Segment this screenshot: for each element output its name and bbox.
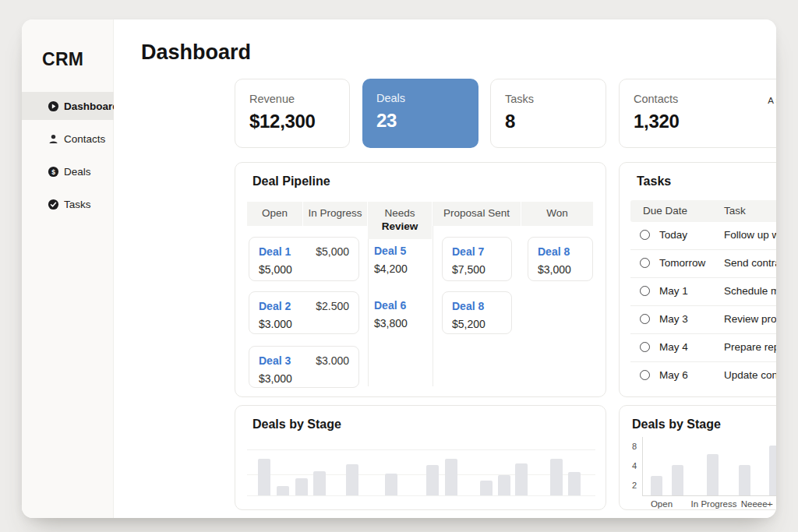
y-axis-tick: 4 bbox=[620, 461, 637, 470]
deal-amount: $3.000 bbox=[259, 318, 349, 330]
stat-card-tasks[interactable]: Tasks8 bbox=[490, 79, 606, 148]
deal-side-amount: $5,000 bbox=[316, 245, 349, 258]
y-axis-tick: 2 bbox=[620, 481, 637, 490]
app-logo: CRM bbox=[42, 49, 83, 70]
deal-card[interactable]: Deal 2$2.500$3.000 bbox=[249, 291, 359, 334]
bar bbox=[769, 446, 776, 495]
main-content: Dashboard Revenue$12,300Deals23Tasks8Con… bbox=[114, 19, 776, 518]
deal-pipeline-card: Deal Pipeline OpenIn ProgressNeedsReview… bbox=[235, 162, 606, 397]
tasks-col-task: Task bbox=[724, 205, 746, 217]
sidebar-item-tasks[interactable]: Tasks bbox=[22, 190, 114, 218]
deal-amount: $3,000 bbox=[259, 372, 349, 385]
sidebar: CRM DashboardContacts$DealsTasks bbox=[22, 19, 114, 518]
bar bbox=[550, 459, 563, 495]
app-window: CRM DashboardContacts$DealsTasks Dashboa… bbox=[22, 19, 776, 518]
bar bbox=[498, 475, 510, 495]
task-due-date: Tomorrow bbox=[659, 257, 705, 269]
task-due-date: May 6 bbox=[659, 369, 688, 381]
stat-card-deals[interactable]: Deals23 bbox=[362, 79, 478, 148]
pipeline-column-header-needs: NeedsReview bbox=[368, 202, 432, 239]
bar bbox=[258, 459, 270, 495]
task-checkbox[interactable] bbox=[640, 314, 650, 324]
deal-card[interactable]: Deal 7$7,500 bbox=[442, 237, 512, 281]
deal-amount: $5,000 bbox=[259, 263, 349, 276]
deal-amount: $3,000 bbox=[538, 263, 583, 276]
page-title: Dashboard bbox=[141, 41, 251, 65]
label-strike-mark: + bbox=[768, 499, 773, 509]
tasks-col-due-date: Due Date bbox=[643, 205, 687, 217]
task-due-date: Today bbox=[659, 229, 687, 241]
deal-card[interactable]: Deal 8$5,200 bbox=[442, 291, 512, 334]
deal-item-unboxed[interactable]: Deal 5$4,200 bbox=[374, 245, 433, 275]
task-checkbox[interactable] bbox=[640, 230, 650, 240]
label-text: In Progress bbox=[691, 499, 737, 509]
pipeline-column-label-line2: Review bbox=[382, 220, 418, 234]
bar bbox=[445, 459, 457, 495]
stat-card-contacts[interactable]: Contacts1,320A ⇄Z –lock✓ bbox=[619, 79, 776, 148]
task-checkbox[interactable] bbox=[640, 258, 650, 268]
task-due-date: May 4 bbox=[659, 341, 688, 353]
task-checkbox[interactable] bbox=[640, 370, 650, 380]
deal-item-unboxed[interactable]: Deal 6$3,800 bbox=[374, 299, 433, 329]
deals-by-stage-chart-wide: Deals by Stage bbox=[235, 405, 606, 510]
stat-corner-note: A ⇄Z –lock✓ bbox=[768, 94, 776, 106]
stat-value: 1,320 bbox=[634, 111, 680, 132]
bar bbox=[426, 465, 439, 495]
deal-side-amount: $2.500 bbox=[316, 300, 349, 312]
pipeline-column-label: Proposal Sent bbox=[443, 207, 510, 220]
deal-link[interactable]: Deal 6 bbox=[374, 299, 433, 312]
bar bbox=[295, 478, 308, 495]
label-text: Open bbox=[651, 499, 673, 509]
pipeline-column-label: In Progress bbox=[308, 207, 362, 220]
deal-link[interactable]: Deal 8 bbox=[538, 245, 583, 258]
chart-right-title: Deals by Stage bbox=[632, 417, 721, 432]
stat-value: $12,300 bbox=[249, 111, 316, 132]
sidebar-item-label: Deals bbox=[64, 166, 91, 178]
bar bbox=[385, 474, 397, 495]
deal-card[interactable]: Deal 3$3.000$3,000 bbox=[249, 346, 359, 388]
task-checkbox[interactable] bbox=[640, 286, 650, 296]
sidebar-item-deals[interactable]: $Deals bbox=[22, 157, 114, 185]
tasks-title: Tasks bbox=[637, 174, 671, 188]
task-text: Review proposal bbox=[724, 313, 776, 325]
stat-value: 8 bbox=[505, 111, 515, 132]
stat-card-revenue[interactable]: Revenue$12,300 bbox=[235, 79, 350, 148]
deal-amount: $4,200 bbox=[374, 262, 433, 275]
deal-card[interactable]: Deal 1$5,000$5,000 bbox=[249, 237, 359, 281]
sidebar-item-label: Contacts bbox=[64, 133, 105, 145]
pipeline-column-header-won: Won bbox=[521, 202, 593, 226]
task-row: May 1Schedule meeting bbox=[630, 278, 776, 306]
sidebar-item-dashboard[interactable]: Dashboard bbox=[22, 92, 114, 120]
label-text: Neeee bbox=[741, 499, 768, 509]
y-axis-tick: 8 bbox=[620, 442, 637, 451]
x-axis-label: In Progress bbox=[691, 499, 737, 509]
gridline bbox=[247, 449, 595, 450]
deal-link[interactable]: Deal 5 bbox=[374, 245, 433, 257]
deal-pipeline-title: Deal Pipeline bbox=[252, 174, 330, 188]
deal-card[interactable]: Deal 8$3,000 bbox=[528, 237, 593, 281]
stat-label: Deals bbox=[376, 92, 405, 104]
stat-value: 23 bbox=[376, 110, 397, 132]
task-text: Update contact info bbox=[724, 369, 776, 381]
task-checkbox[interactable] bbox=[640, 342, 650, 352]
chart-left-title: Deals by Stage bbox=[252, 417, 341, 432]
bar bbox=[515, 463, 528, 495]
task-text: Schedule meeting bbox=[724, 285, 776, 297]
bar bbox=[313, 471, 326, 495]
deal-amount: $5,200 bbox=[452, 318, 502, 330]
task-row: May 4Prepare report bbox=[630, 334, 776, 362]
sort-lock-label: A ⇄Z –lock bbox=[768, 96, 776, 105]
sidebar-item-contacts[interactable]: Contacts bbox=[22, 125, 114, 153]
deals-by-stage-chart-small: Deals by Stage 842OpenIn ProgressNeeee+ˏ… bbox=[619, 405, 776, 510]
sidebar-item-label: Dashboard bbox=[64, 100, 119, 112]
x-axis-line bbox=[642, 495, 776, 496]
deals-icon: $ bbox=[48, 166, 59, 178]
stat-label: Revenue bbox=[249, 93, 295, 105]
pipeline-column-divider bbox=[433, 202, 433, 386]
tasks-icon bbox=[48, 199, 59, 210]
gridline bbox=[247, 474, 595, 475]
task-due-date: May 1 bbox=[659, 285, 688, 297]
gridline bbox=[247, 495, 595, 496]
deal-link[interactable]: Deal 7 bbox=[452, 245, 502, 258]
deal-link[interactable]: Deal 8 bbox=[452, 300, 502, 312]
